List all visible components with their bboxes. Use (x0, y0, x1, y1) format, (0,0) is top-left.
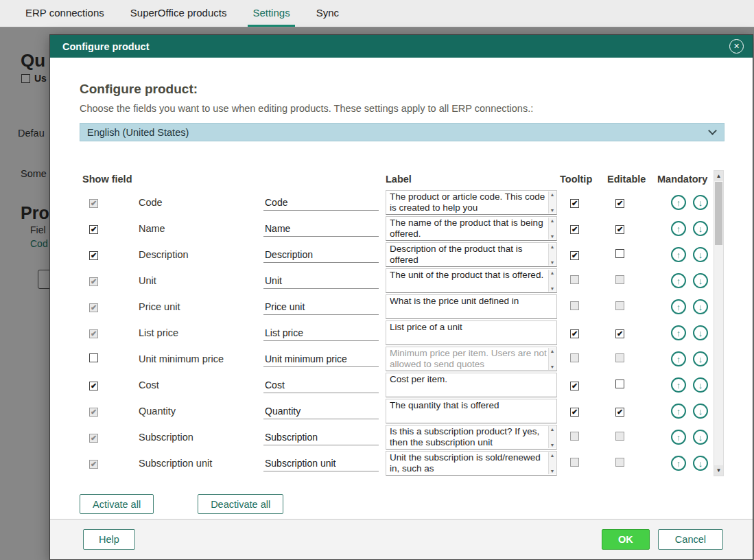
tooltip-text: What is the price unit defined in (390, 296, 547, 307)
move-down-button[interactable]: ↓ (693, 221, 708, 236)
move-up-button[interactable]: ↑ (671, 299, 686, 314)
tooltip-input[interactable]: What is the price unit defined in (386, 294, 557, 319)
tooltip-scrollbar[interactable]: ▲▼ (548, 348, 556, 370)
tooltip-scroll-up-icon[interactable]: ▲ (550, 427, 555, 432)
mandatory-checkbox[interactable] (615, 380, 624, 388)
editable-checkbox[interactable]: ✔ (570, 225, 579, 234)
tooltip-input[interactable]: The quantity that is offered (386, 399, 557, 423)
tooltip-scroll-up-icon[interactable]: ▲ (550, 270, 555, 275)
label-input[interactable]: Price unit (263, 299, 379, 315)
move-down-button[interactable]: ↓ (693, 456, 708, 471)
move-down-button[interactable]: ↓ (693, 273, 708, 288)
move-down-button[interactable]: ↓ (693, 247, 708, 262)
show-field-checkbox[interactable]: ✔ (89, 382, 98, 390)
move-down-button[interactable]: ↓ (693, 404, 708, 419)
tooltip-scroll-down-icon[interactable]: ▼ (550, 234, 555, 239)
tooltip-input[interactable]: Cost per item. (386, 373, 557, 397)
move-up-button[interactable]: ↑ (671, 377, 686, 393)
deactivate-all-button[interactable]: Deactivate all (198, 494, 283, 514)
tooltip-text: The quantity that is offered (390, 400, 547, 411)
editable-checkbox[interactable]: ✔ (570, 329, 579, 338)
tooltip-input[interactable]: Unit the subscription is sold/renewed in… (386, 451, 557, 476)
field-name: List price (133, 327, 263, 338)
label-input[interactable]: Subscription (263, 430, 379, 445)
move-down-button[interactable]: ↓ (693, 351, 708, 366)
label-input[interactable]: Description (263, 247, 379, 263)
tooltip-input[interactable]: The name of the product that is being of… (386, 216, 557, 241)
move-up-button[interactable]: ↑ (671, 325, 686, 340)
tooltip-scroll-up-icon[interactable]: ▲ (550, 218, 555, 223)
mandatory-checkbox[interactable]: ✔ (615, 225, 624, 234)
move-up-button[interactable]: ↑ (671, 273, 686, 288)
show-field-checkbox[interactable]: ✔ (89, 225, 98, 234)
move-up-button[interactable]: ↑ (671, 430, 686, 445)
tooltip-scroll-down-icon[interactable]: ▼ (550, 469, 555, 474)
tooltip-input[interactable]: Minimum price per item. Users are not al… (386, 347, 557, 371)
move-down-button[interactable]: ↓ (693, 195, 708, 210)
tooltip-scroll-down-icon[interactable]: ▼ (550, 443, 555, 447)
tab-superoffice-products[interactable]: SuperOffice products (126, 0, 232, 27)
editable-checkbox[interactable]: ✔ (570, 199, 579, 208)
tooltip-scroll-up-icon[interactable]: ▲ (550, 349, 555, 353)
help-button[interactable]: Help (83, 529, 135, 550)
language-select[interactable]: English (United States) (80, 123, 724, 141)
tooltip-scroll-up-icon[interactable]: ▲ (550, 244, 555, 249)
tooltip-input[interactable]: Is this a subscription product? If yes, … (386, 425, 557, 450)
tooltip-input[interactable]: The unit of the product that is offered.… (386, 268, 557, 293)
show-field-checkbox[interactable]: ✔ (89, 251, 98, 260)
move-down-button[interactable]: ↓ (693, 299, 708, 314)
move-up-button[interactable]: ↑ (671, 351, 686, 366)
tooltip-scrollbar[interactable]: ▲▼ (548, 244, 556, 266)
tooltip-input[interactable]: The product or article code. This code i… (386, 190, 557, 215)
mandatory-checkbox[interactable] (615, 249, 624, 258)
move-up-button[interactable]: ↑ (671, 456, 686, 471)
label-input[interactable]: Name (263, 221, 379, 237)
close-icon[interactable]: ✕ (729, 39, 744, 54)
tooltip-scrollbar[interactable]: ▲▼ (548, 270, 556, 292)
editable-checkbox[interactable]: ✔ (570, 251, 579, 260)
editable-checkbox[interactable]: ✔ (570, 382, 579, 390)
mandatory-checkbox[interactable]: ✔ (615, 199, 624, 208)
tab-settings[interactable]: Settings (248, 0, 294, 27)
mandatory-checkbox[interactable]: ✔ (615, 329, 624, 338)
move-up-button[interactable]: ↑ (671, 221, 686, 236)
table-scrollbar[interactable]: ▲ ▼ (714, 170, 724, 476)
tooltip-scrollbar[interactable]: ▲▼ (548, 191, 556, 213)
tooltip-input[interactable]: List price of a unit (386, 320, 557, 345)
tooltip-scroll-down-icon[interactable]: ▼ (550, 364, 555, 369)
tab-erp-connections[interactable]: ERP connections (21, 0, 109, 27)
label-input[interactable]: Subscription unit (263, 456, 379, 471)
label-input[interactable]: Quantity (263, 404, 379, 419)
label-input[interactable]: Code (263, 195, 379, 211)
editable-checkbox[interactable]: ✔ (570, 408, 579, 417)
ok-button[interactable]: OK (602, 529, 650, 550)
cancel-button[interactable]: Cancel (658, 529, 723, 550)
mandatory-checkbox[interactable]: ✔ (615, 408, 624, 417)
move-down-button[interactable]: ↓ (693, 430, 708, 445)
tooltip-scroll-down-icon[interactable]: ▼ (550, 286, 555, 291)
move-up-button[interactable]: ↑ (671, 195, 686, 210)
move-down-button[interactable]: ↓ (693, 377, 708, 393)
tab-sync[interactable]: Sync (311, 0, 344, 27)
move-up-button[interactable]: ↑ (671, 404, 686, 419)
move-up-button[interactable]: ↑ (671, 247, 686, 262)
tooltip-scroll-up-icon[interactable]: ▲ (550, 192, 555, 197)
tooltip-scroll-down-icon[interactable]: ▼ (550, 208, 555, 213)
tooltip-scrollbar[interactable]: ▲▼ (548, 218, 556, 240)
move-down-button[interactable]: ↓ (693, 325, 708, 340)
tooltip-scroll-up-icon[interactable]: ▲ (550, 453, 555, 458)
dialog-body: Configure product: Choose the fields you… (50, 58, 753, 514)
show-field-checkbox[interactable] (89, 353, 98, 362)
activate-all-button[interactable]: Activate all (80, 494, 154, 514)
label-input[interactable]: Unit (263, 273, 379, 289)
tooltip-input[interactable]: Description of the product that is offer… (386, 242, 557, 267)
tooltip-scroll-down-icon[interactable]: ▼ (550, 260, 555, 265)
label-input[interactable]: Unit minimum price (263, 351, 379, 367)
tooltip-scrollbar[interactable]: ▲▼ (548, 426, 556, 448)
label-input[interactable]: Cost (263, 377, 379, 393)
tooltip-scrollbar[interactable]: ▲▼ (548, 452, 556, 474)
scrollbar-down-icon[interactable]: ▼ (714, 465, 723, 476)
scrollbar-thumb[interactable] (715, 182, 722, 245)
label-input[interactable]: List price (263, 325, 379, 341)
scrollbar-up-icon[interactable]: ▲ (714, 171, 723, 181)
